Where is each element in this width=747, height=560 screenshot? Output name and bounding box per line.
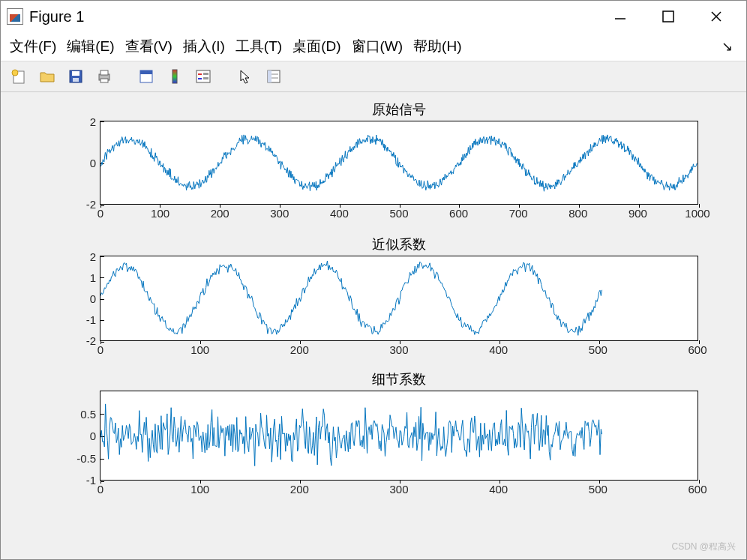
menu-view[interactable]: 查看(V) [125,37,172,56]
svg-rect-20 [203,77,208,79]
xtick-label: 800 [568,204,587,220]
ytick-label: 1 [90,271,100,284]
print-icon[interactable] [92,66,116,87]
plot-1: 近似系数-2-10120100200300400500600 [100,256,698,341]
plot-0: 原始信号-20201002003004005006007008009001000 [100,121,698,205]
save-icon[interactable] [64,66,88,87]
menubar: 文件(F) 编辑(E) 查看(V) 插入(I) 工具(T) 桌面(D) 窗口(W… [1,32,746,61]
new-figure-icon[interactable] [7,66,31,87]
pointer-icon[interactable] [233,66,257,87]
ytick-label: 0 [90,157,100,169]
series-line [100,135,697,191]
ytick-label: 0 [90,292,100,305]
colorbar-icon[interactable] [163,66,187,87]
ytick-label: -1 [86,313,100,326]
titlebar: Figure 1 [1,1,746,32]
plot-title: 近似系数 [372,235,426,253]
svg-rect-8 [73,78,79,82]
figure-area: CSDN @程高兴 原始信号-2020100200300400500600700… [1,92,746,560]
window-title: Figure 1 [29,8,84,25]
ytick-label: 0 [90,430,100,442]
svg-rect-7 [72,71,80,76]
xtick-label: 500 [589,340,608,356]
toolbar [1,61,746,92]
svg-rect-14 [172,70,177,83]
svg-rect-1 [663,11,674,22]
plot-title: 原始信号 [372,100,426,118]
menu-file[interactable]: 文件(F) [10,37,56,56]
window-controls [610,6,740,27]
svg-rect-19 [203,73,208,75]
menu-help[interactable]: 帮助(H) [413,37,461,56]
inspector-icon[interactable] [262,66,286,87]
xtick-label: 600 [688,480,706,496]
menu-desktop[interactable]: 桌面(D) [292,37,340,56]
open-icon[interactable] [35,66,59,87]
svg-rect-16 [196,70,210,82]
rotate-icon[interactable]: ↘ [722,38,737,55]
legend-icon[interactable] [191,66,215,87]
ytick-label: 2 [90,250,100,263]
minimize-button[interactable] [610,6,631,27]
matlab-icon [7,8,23,25]
menu-window[interactable]: 窗口(W) [352,37,404,56]
xtick-label: 500 [589,480,608,496]
watermark: CSDN @程高兴 [671,541,736,553]
xtick-label: 1000 [685,204,710,220]
series-line [100,404,602,466]
ytick-label: 2 [90,115,100,128]
svg-rect-22 [268,70,272,82]
xtick-label: 600 [688,340,706,356]
menu-edit[interactable]: 编辑(E) [67,37,114,56]
svg-rect-10 [100,70,108,75]
xtick-label: 900 [628,204,647,220]
svg-point-5 [12,70,18,76]
series-line [100,261,602,335]
close-button[interactable] [706,6,727,27]
ytick-label: 0.5 [80,407,100,420]
plot-title: 细节系数 [372,370,426,388]
print-preview-icon[interactable] [134,66,158,87]
svg-rect-11 [100,79,108,82]
maximize-button[interactable] [658,6,679,27]
svg-rect-13 [140,70,152,74]
ytick-label: -0.5 [76,451,100,464]
menu-insert[interactable]: 插入(I) [183,37,225,56]
plot-2: 细节系数-1-0.500.50100200300400500600 [100,391,698,481]
menu-tools[interactable]: 工具(T) [236,37,282,56]
